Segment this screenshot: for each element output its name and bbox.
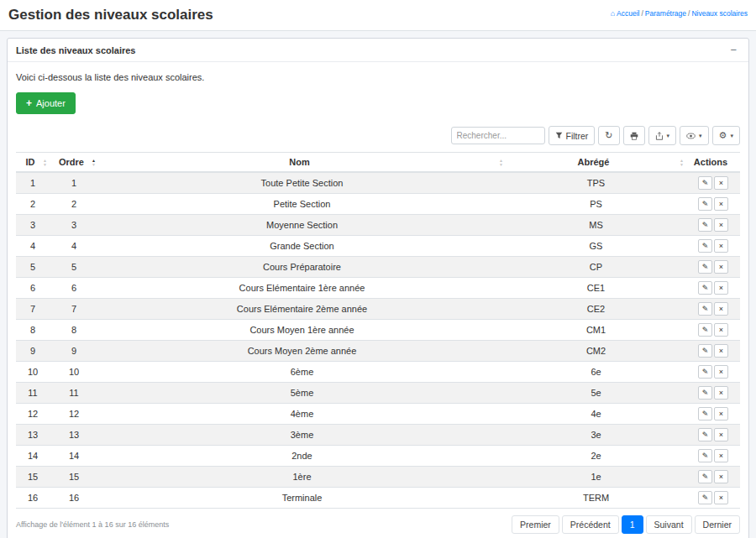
x-icon: × xyxy=(719,243,723,250)
cell-id[interactable]: 3 xyxy=(16,215,50,236)
delete-row-button[interactable]: × xyxy=(714,197,728,211)
delete-row-button[interactable]: × xyxy=(714,239,728,253)
pagination-next-button[interactable]: Suivant xyxy=(646,515,692,534)
pagination-page-1-button[interactable]: 1 xyxy=(622,515,643,534)
delete-row-button[interactable]: × xyxy=(714,323,728,337)
delete-row-button[interactable]: × xyxy=(714,428,728,441)
cell-nom: 1ère xyxy=(98,467,506,488)
delete-row-button[interactable]: × xyxy=(714,386,728,400)
search-input[interactable] xyxy=(451,127,545,144)
cell-id[interactable]: 12 xyxy=(16,404,50,425)
edit-row-button[interactable]: ✎ xyxy=(698,281,712,295)
delete-row-button[interactable]: × xyxy=(714,491,728,504)
cell-abrege: PS xyxy=(506,194,686,215)
settings-button[interactable]: ⚙ ▾ xyxy=(712,126,740,145)
cell-ordre: 2 xyxy=(50,194,98,215)
pagination: Premier Précédent 1 Suivant Dernier xyxy=(512,515,740,534)
collapse-button[interactable]: − xyxy=(727,44,740,55)
breadcrumb-parametrage[interactable]: Paramétrage xyxy=(645,9,686,18)
filter-button[interactable]: Filtrer xyxy=(549,126,596,145)
edit-row-button[interactable]: ✎ xyxy=(698,239,712,253)
x-icon: × xyxy=(719,368,723,376)
cell-nom: Terminale xyxy=(98,488,506,509)
edit-row-button[interactable]: ✎ xyxy=(698,260,712,274)
x-icon: × xyxy=(719,285,723,292)
delete-row-button[interactable]: × xyxy=(714,344,728,358)
edit-row-button[interactable]: ✎ xyxy=(698,386,712,400)
delete-row-button[interactable]: × xyxy=(714,281,728,295)
cell-actions: ✎× xyxy=(686,320,740,341)
x-icon: × xyxy=(719,264,723,271)
cell-id[interactable]: 14 xyxy=(16,446,50,467)
cell-id[interactable]: 1 xyxy=(16,172,50,194)
edit-row-button[interactable]: ✎ xyxy=(698,407,712,420)
cell-ordre: 7 xyxy=(50,299,98,320)
delete-row-button[interactable]: × xyxy=(714,302,728,316)
cell-id[interactable]: 13 xyxy=(16,425,50,446)
cell-actions: ✎× xyxy=(686,299,740,320)
edit-row-button[interactable]: ✎ xyxy=(698,428,712,441)
cell-nom: Moyenne Section xyxy=(98,215,506,236)
cell-id[interactable]: 15 xyxy=(16,467,50,488)
delete-row-button[interactable]: × xyxy=(714,449,728,462)
delete-row-button[interactable]: × xyxy=(714,176,728,190)
edit-row-button[interactable]: ✎ xyxy=(698,302,712,316)
edit-row-button[interactable]: ✎ xyxy=(698,197,712,211)
edit-row-button[interactable]: ✎ xyxy=(698,491,712,504)
delete-row-button[interactable]: × xyxy=(714,470,728,483)
pencil-icon: ✎ xyxy=(702,201,709,208)
pagination-last-button[interactable]: Dernier xyxy=(695,515,740,534)
refresh-button[interactable]: ↻ xyxy=(598,126,619,145)
breadcrumb-accueil[interactable]: Accueil xyxy=(617,9,639,18)
pencil-icon: ✎ xyxy=(702,410,709,418)
delete-row-button[interactable]: × xyxy=(714,407,728,420)
x-icon: × xyxy=(719,389,723,397)
columns-visibility-button[interactable]: ▾ xyxy=(680,126,709,145)
col-header-id[interactable]: ID▲▼ xyxy=(16,153,50,173)
cell-id[interactable]: 9 xyxy=(16,341,50,362)
col-header-abrege[interactable]: Abrégé▲▼ xyxy=(506,153,686,173)
cell-abrege: CM2 xyxy=(506,341,686,362)
table-row: 14142nde2e✎× xyxy=(16,446,740,467)
edit-row-button[interactable]: ✎ xyxy=(698,176,712,190)
breadcrumb-niveaux-scolaires[interactable]: Niveaux scolaires xyxy=(691,9,748,18)
x-icon: × xyxy=(719,452,723,460)
pencil-icon: ✎ xyxy=(702,285,709,292)
delete-row-button[interactable]: × xyxy=(714,365,728,379)
edit-row-button[interactable]: ✎ xyxy=(698,449,712,462)
cell-id[interactable]: 2 xyxy=(16,194,50,215)
edit-row-button[interactable]: ✎ xyxy=(698,218,712,232)
cell-actions: ✎× xyxy=(686,215,740,236)
col-header-nom[interactable]: Nom▲▼ xyxy=(98,153,506,173)
chevron-down-icon: ▾ xyxy=(699,133,702,139)
cell-id[interactable]: 10 xyxy=(16,362,50,383)
print-button[interactable] xyxy=(623,126,645,145)
add-button[interactable]: + Ajouter xyxy=(16,92,76,114)
cell-id[interactable]: 4 xyxy=(16,236,50,257)
edit-row-button[interactable]: ✎ xyxy=(698,470,712,483)
refresh-icon: ↻ xyxy=(605,131,612,140)
cell-id[interactable]: 8 xyxy=(16,320,50,341)
edit-row-button[interactable]: ✎ xyxy=(698,344,712,358)
cell-actions: ✎× xyxy=(686,446,740,467)
cell-id[interactable]: 11 xyxy=(16,383,50,404)
plus-icon: + xyxy=(26,97,32,109)
cell-ordre: 1 xyxy=(50,172,98,194)
export-button[interactable]: ▾ xyxy=(648,126,677,145)
cell-id[interactable]: 6 xyxy=(16,278,50,299)
intro-text: Voici ci-dessous la liste des niveaux sc… xyxy=(16,72,740,82)
delete-row-button[interactable]: × xyxy=(714,260,728,274)
cell-ordre: 4 xyxy=(50,236,98,257)
cell-id[interactable]: 16 xyxy=(16,488,50,509)
edit-row-button[interactable]: ✎ xyxy=(698,323,712,337)
col-header-ordre[interactable]: Ordre▲▼ xyxy=(50,153,98,173)
cell-id[interactable]: 5 xyxy=(16,257,50,278)
pagination-first-button[interactable]: Premier xyxy=(512,515,559,534)
edit-row-button[interactable]: ✎ xyxy=(698,365,712,379)
delete-row-button[interactable]: × xyxy=(714,218,728,232)
cell-id[interactable]: 7 xyxy=(16,299,50,320)
pencil-icon: ✎ xyxy=(702,452,709,460)
x-icon: × xyxy=(719,494,723,502)
pencil-icon: ✎ xyxy=(702,431,709,439)
pagination-previous-button[interactable]: Précédent xyxy=(562,515,619,534)
